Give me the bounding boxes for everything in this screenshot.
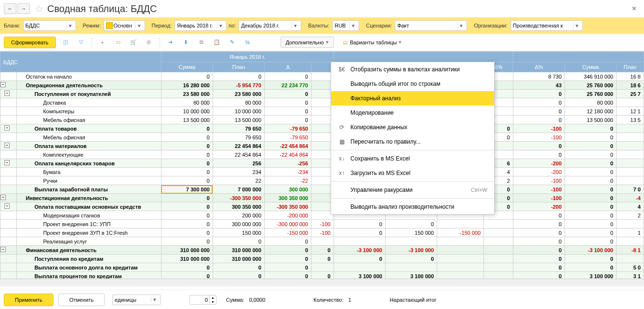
table-row[interactable]: −Операционная деятельность16 280 000-5 9… bbox=[0, 81, 644, 90]
cell[interactable] bbox=[617, 159, 644, 168]
cell[interactable]: -300 350 000 bbox=[213, 194, 264, 202]
cell[interactable]: 0 bbox=[265, 107, 311, 116]
cell[interactable]: 0 bbox=[513, 228, 564, 237]
cell[interactable]: 4 bbox=[617, 202, 644, 211]
cell[interactable]: 22 454 864 bbox=[213, 150, 264, 159]
cell[interactable]: 0 bbox=[161, 72, 213, 81]
precision-spinner[interactable]: ▲▼ bbox=[189, 295, 216, 305]
more-button[interactable]: Дополнительно ▾ bbox=[281, 37, 334, 48]
cell[interactable]: 0 bbox=[265, 246, 311, 255]
cell[interactable]: -22 454 864 bbox=[265, 142, 311, 150]
table-row[interactable]: −Финансовая деятельность310 000 000310 0… bbox=[0, 246, 644, 255]
cell[interactable]: 3 100 000 bbox=[565, 272, 617, 279]
cell[interactable]: 22 bbox=[213, 176, 264, 185]
cell[interactable] bbox=[484, 228, 513, 237]
cell[interactable]: 0 bbox=[311, 246, 334, 255]
row-label[interactable]: Проект внедрения 1С: УПП bbox=[17, 220, 161, 228]
cell[interactable] bbox=[617, 150, 644, 159]
spin-down[interactable]: ▼ bbox=[210, 300, 216, 304]
cell[interactable]: 0 bbox=[513, 150, 564, 159]
cell[interactable]: 0 bbox=[513, 116, 564, 124]
layers-icon[interactable]: ▭ bbox=[112, 37, 124, 48]
cell[interactable]: 0 bbox=[565, 194, 617, 202]
table-row[interactable]: Комплектующие022 454 864-22 454 86400 bbox=[0, 150, 644, 159]
cell[interactable] bbox=[617, 142, 644, 150]
mode-select[interactable]: Основн▾ bbox=[104, 20, 145, 31]
cell[interactable]: 0 bbox=[513, 211, 564, 220]
row-label[interactable]: Проект внедрения ЗУП в 1С:Fresh bbox=[17, 228, 161, 237]
cell[interactable]: -4 bbox=[617, 194, 644, 202]
cell[interactable]: 16 8 bbox=[617, 72, 644, 81]
cell[interactable]: 0 bbox=[565, 176, 617, 185]
cell[interactable]: 80 000 bbox=[213, 98, 264, 107]
cell[interactable]: 0 bbox=[265, 263, 311, 272]
cell[interactable]: 150 000 bbox=[385, 228, 437, 237]
tree-toggle-icon[interactable]: − bbox=[4, 143, 10, 148]
cell[interactable]: 0 bbox=[161, 220, 213, 228]
nav-fwd-button[interactable]: → bbox=[17, 3, 30, 14]
cell[interactable]: 22 234 770 bbox=[265, 81, 311, 90]
cell[interactable]: 25 760 000 bbox=[565, 90, 617, 98]
cube-icon[interactable]: ◫ bbox=[60, 37, 71, 48]
arrow-down-icon[interactable]: ⬇ bbox=[180, 37, 192, 48]
cell[interactable]: 7 0 bbox=[617, 185, 644, 194]
cell[interactable]: 300 000 bbox=[265, 185, 311, 194]
row-label[interactable]: Выплата заработной платы bbox=[17, 185, 161, 194]
row-label[interactable]: Мебель офисная bbox=[17, 116, 161, 124]
row-label[interactable]: Оплата канцелярских товаров bbox=[17, 159, 161, 168]
dropdown-item[interactable]: ⟳Копирование данных bbox=[331, 120, 494, 134]
cell[interactable]: 310 000 000 bbox=[161, 255, 213, 263]
table-row[interactable]: Поступления по кредитам310 000 000310 00… bbox=[0, 255, 644, 263]
cell[interactable]: -100 bbox=[513, 124, 564, 133]
table-row[interactable]: Выплата процентов по кредитам00003 100 0… bbox=[0, 272, 644, 279]
row-label[interactable]: Модернизация станков bbox=[17, 211, 161, 220]
filter-icon[interactable]: ▽ bbox=[75, 37, 87, 48]
table-row[interactable]: Реализация услуг00000 bbox=[0, 237, 644, 246]
cell[interactable]: 0 bbox=[265, 237, 311, 246]
cell[interactable]: -22 bbox=[265, 176, 311, 185]
cell[interactable]: -100 bbox=[311, 228, 334, 237]
cell[interactable]: 0 bbox=[334, 220, 385, 228]
cell[interactable]: 10 000 000 bbox=[213, 107, 264, 116]
cell[interactable]: 43 bbox=[513, 81, 564, 90]
cell[interactable]: 0 bbox=[161, 211, 213, 220]
cell[interactable]: 0 bbox=[565, 150, 617, 159]
table-row[interactable]: −Оплата поставщикам основных средств0300… bbox=[0, 202, 644, 211]
cell[interactable]: 0 bbox=[385, 255, 437, 263]
cell[interactable]: -256 bbox=[265, 159, 311, 168]
table-row[interactable]: Выплата заработной платы7 300 0007 000 0… bbox=[0, 185, 644, 194]
cell[interactable]: 0 bbox=[565, 168, 617, 176]
cell[interactable]: -234 bbox=[265, 168, 311, 176]
cell[interactable]: -100 bbox=[513, 176, 564, 185]
cell[interactable]: 18 6 bbox=[617, 81, 644, 90]
pivot-table-wrap[interactable]: БДДС Январь 2018 г. Сумма План Δ Δ% Δ% С… bbox=[0, 51, 644, 279]
cell[interactable]: 0 bbox=[565, 133, 617, 142]
cell[interactable] bbox=[437, 272, 484, 279]
cell[interactable]: 0 bbox=[265, 90, 311, 98]
cell[interactable] bbox=[617, 168, 644, 176]
cell[interactable]: 0 bbox=[565, 202, 617, 211]
cell[interactable]: 0 bbox=[513, 272, 564, 279]
cell[interactable]: -300 000 000 bbox=[265, 220, 311, 228]
cell[interactable] bbox=[437, 237, 484, 246]
cell[interactable]: -200 bbox=[513, 159, 564, 168]
row-label[interactable]: Остаток на начало bbox=[17, 72, 161, 81]
cell[interactable]: 0 bbox=[565, 255, 617, 263]
cell[interactable]: 0 bbox=[513, 237, 564, 246]
cell[interactable]: -100 bbox=[513, 133, 564, 142]
arrow-right-icon[interactable]: ➜ bbox=[165, 37, 176, 48]
cell[interactable]: 0 bbox=[565, 220, 617, 228]
cell[interactable]: -100 bbox=[311, 220, 334, 228]
spin-up[interactable]: ▲ bbox=[210, 296, 216, 300]
row-label[interactable]: Доставка bbox=[17, 98, 161, 107]
cell[interactable]: 23 580 000 bbox=[161, 90, 213, 98]
cell[interactable]: 310 000 000 bbox=[161, 246, 213, 255]
cell[interactable]: 0 bbox=[565, 142, 617, 150]
favorite-star-icon[interactable]: ☆ bbox=[35, 3, 43, 14]
cell[interactable] bbox=[484, 246, 513, 255]
cell[interactable]: 0 bbox=[513, 246, 564, 255]
cell[interactable]: 16 280 000 bbox=[161, 81, 213, 90]
cell[interactable] bbox=[617, 176, 644, 185]
cell[interactable]: 0 bbox=[161, 133, 213, 142]
variants-button[interactable]: 🗂 Варианты таблицы ▾ bbox=[338, 37, 407, 47]
